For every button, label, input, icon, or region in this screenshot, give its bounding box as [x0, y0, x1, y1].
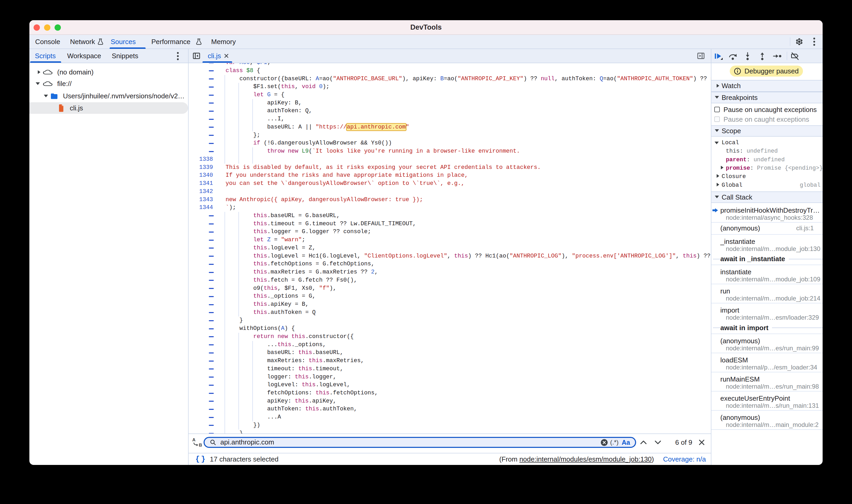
svg-text:B: B — [199, 443, 202, 448]
svg-text:A: A — [192, 437, 195, 443]
